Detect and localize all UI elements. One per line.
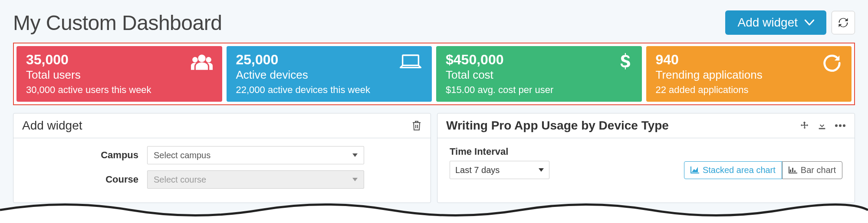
panel-body: Time Interval Last 7 days Stacked area c… (437, 138, 855, 187)
panel-title: Add widget (22, 119, 82, 133)
course-row: Course Select course (26, 170, 418, 189)
stacked-area-chart-button[interactable]: Stacked area chart (684, 161, 782, 179)
panel-icons (800, 121, 846, 130)
card-trending-applications[interactable]: 940 Trending applications 22 added appli… (646, 46, 852, 102)
chevron-down-icon (539, 168, 544, 172)
campus-select[interactable]: Select campus (147, 146, 364, 164)
area-chart-icon (690, 166, 699, 173)
svg-point-5 (839, 124, 842, 127)
card-sub: 22 added applications (656, 84, 842, 96)
bar-label: Bar chart (801, 165, 836, 175)
card-label: Total cost (446, 68, 632, 82)
svg-point-2 (206, 57, 211, 63)
campus-row: Campus Select campus (26, 146, 418, 164)
time-interval-value: Last 7 days (455, 165, 500, 175)
more-icon[interactable] (835, 124, 846, 127)
card-value: $450,000 (446, 52, 632, 67)
card-active-devices[interactable]: 25,000 Active devices 22,000 active devi… (227, 46, 432, 102)
add-widget-label: Add widget (737, 16, 798, 30)
laptop-icon (399, 53, 422, 70)
svg-point-6 (843, 124, 845, 127)
reload-icon (822, 53, 842, 73)
card-sub: 22,000 active devices this week (236, 84, 423, 96)
chevron-down-icon (352, 178, 358, 181)
users-icon (191, 53, 213, 70)
campus-label: Campus (26, 150, 138, 161)
time-interval-select[interactable]: Last 7 days (450, 161, 549, 179)
svg-point-1 (192, 57, 198, 63)
card-total-cost[interactable]: $450,000 Total cost $15.00 avg. cost per… (436, 46, 642, 102)
time-interval-label: Time Interval (450, 146, 842, 157)
chart-type-toggle: Stacked area chart Bar chart (684, 161, 842, 179)
card-label: Trending applications (656, 68, 842, 82)
chevron-down-icon (805, 20, 814, 26)
panel-icons (411, 120, 422, 131)
card-label: Total users (26, 68, 213, 82)
bar-chart-button[interactable]: Bar chart (782, 161, 842, 179)
lower-panels: Add widget Campus Select campus (13, 113, 855, 203)
move-icon[interactable] (800, 121, 809, 130)
course-label: Course (26, 174, 138, 185)
card-value: 940 (656, 52, 842, 67)
card-sub: $15.00 avg. cost per user (446, 84, 632, 96)
chevron-down-icon (352, 153, 358, 157)
refresh-button[interactable] (832, 11, 855, 34)
svg-rect-3 (403, 55, 419, 65)
stacked-label: Stacked area chart (703, 165, 776, 175)
usage-panel: Writing Pro App Usage by Device Type Tim… (437, 113, 855, 203)
header: My Custom Dashboard Add widget (13, 10, 855, 35)
bar-chart-icon (789, 166, 797, 173)
card-total-users[interactable]: 35,000 Total users 30,000 active users t… (16, 46, 222, 102)
download-icon[interactable] (817, 121, 827, 130)
svg-point-0 (198, 55, 205, 62)
page-title: My Custom Dashboard (13, 11, 222, 35)
trash-icon[interactable] (411, 120, 422, 131)
header-actions: Add widget (725, 10, 855, 35)
add-widget-panel: Add widget Campus Select campus (13, 113, 431, 203)
refresh-icon (837, 17, 849, 29)
time-interval-row: Last 7 days Stacked area chart (450, 161, 842, 179)
panel-body: Campus Select campus Course Select cours… (13, 138, 431, 203)
card-value: 25,000 (236, 52, 423, 67)
panel-title: Writing Pro App Usage by Device Type (446, 119, 669, 133)
summary-cards: 35,000 Total users 30,000 active users t… (13, 43, 855, 105)
campus-select-value: Select campus (154, 150, 210, 160)
card-label: Active devices (236, 68, 423, 82)
dollar-icon (619, 53, 632, 72)
panel-header: Add widget (13, 113, 431, 138)
svg-point-4 (835, 124, 838, 127)
panel-header: Writing Pro App Usage by Device Type (437, 113, 855, 138)
card-value: 35,000 (26, 52, 213, 67)
course-select-value: Select course (154, 175, 206, 185)
add-widget-button[interactable]: Add widget (725, 10, 826, 35)
card-sub: 30,000 active users this week (26, 84, 213, 96)
course-select[interactable]: Select course (147, 170, 364, 189)
